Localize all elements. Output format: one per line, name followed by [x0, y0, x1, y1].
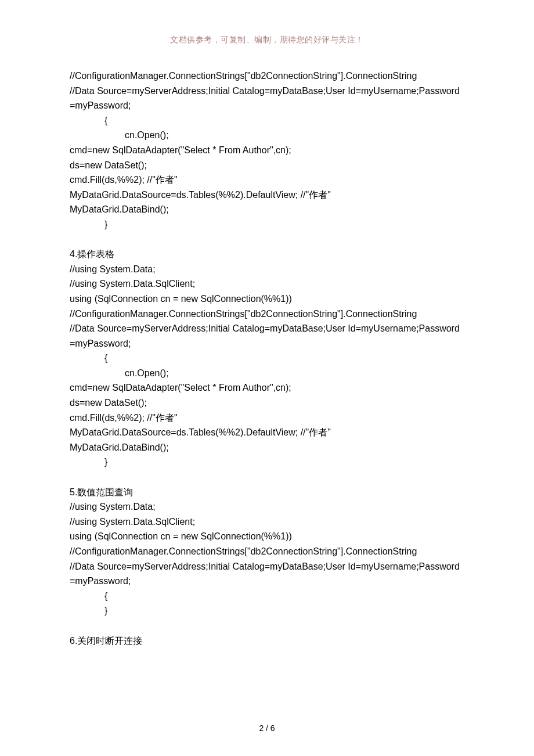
code-line: ds=new DataSet(); — [70, 395, 464, 411]
code-line: //using System.Data; — [70, 499, 464, 514]
code-line: cmd.Fill(ds,%%2); //"作者" — [70, 411, 464, 426]
page-header-note: 文档供参考，可复制、编制，期待您的好评与关注！ — [70, 35, 464, 45]
code-line: cmd.Fill(ds,%%2); //"作者" — [70, 172, 464, 188]
page-footer: 2 / 6 — [0, 723, 534, 733]
document-body: //ConfigurationManager.ConnectionStrings… — [70, 69, 464, 648]
section-heading: 6.关闭时断开连接 — [70, 633, 464, 649]
blank-line — [70, 618, 464, 633]
code-line: cmd=new SqlDataAdapter("Select * From Au… — [70, 380, 464, 395]
code-line: using (SqlConnection cn = new SqlConnect… — [70, 529, 464, 544]
section-heading: 5.数值范围查询 — [70, 485, 464, 500]
code-line: //ConfigurationManager.ConnectionStrings… — [70, 307, 464, 322]
code-line: //Data Source=myServerAddress;Initial Ca… — [70, 321, 464, 351]
document-page: 文档供参考，可复制、编制，期待您的好评与关注！ //ConfigurationM… — [0, 0, 534, 756]
code-line: } — [70, 217, 464, 232]
code-line: cn.Open(); — [70, 128, 464, 143]
code-line: } — [70, 455, 464, 470]
code-line: MyDataGrid.DataBind(); — [70, 440, 464, 455]
code-line: MyDataGrid.DataBind(); — [70, 202, 464, 217]
code-line: cmd=new SqlDataAdapter("Select * From Au… — [70, 143, 464, 158]
code-line: MyDataGrid.DataSource=ds.Tables(%%2).Def… — [70, 425, 464, 440]
blank-line — [70, 470, 464, 485]
code-line: //ConfigurationManager.ConnectionStrings… — [70, 544, 464, 559]
code-line: cn.Open(); — [70, 366, 464, 381]
code-line: { — [70, 113, 464, 128]
code-line: using (SqlConnection cn = new SqlConnect… — [70, 291, 464, 307]
code-line: { — [70, 351, 464, 366]
code-line: //ConfigurationManager.ConnectionStrings… — [70, 69, 464, 84]
section-heading: 4.操作表格 — [70, 247, 464, 262]
code-line: } — [70, 603, 464, 618]
code-line: MyDataGrid.DataSource=ds.Tables(%%2).Def… — [70, 188, 464, 203]
code-line: //using System.Data; — [70, 262, 464, 277]
code-line: { — [70, 589, 464, 604]
code-line: //using System.Data.SqlClient; — [70, 276, 464, 291]
blank-line — [70, 232, 464, 247]
code-line: //Data Source=myServerAddress;Initial Ca… — [70, 559, 464, 589]
code-line: ds=new DataSet(); — [70, 158, 464, 173]
code-line: //Data Source=myServerAddress;Initial Ca… — [70, 84, 464, 113]
code-line: //using System.Data.SqlClient; — [70, 514, 464, 530]
